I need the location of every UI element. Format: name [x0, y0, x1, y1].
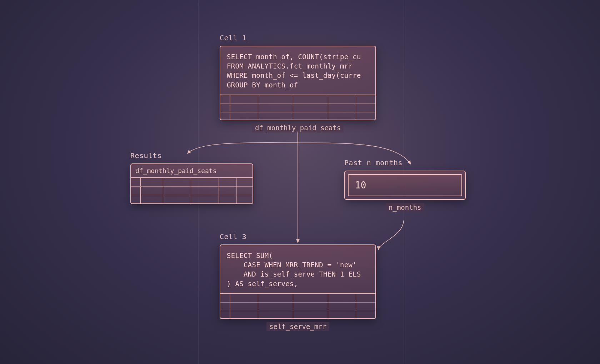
- results-title: Results: [130, 151, 162, 160]
- results-header: df_monthly_paid_seats: [131, 164, 252, 178]
- cell3-panel[interactable]: SELECT SUM( CASE WHEN MRR_TREND = 'new' …: [220, 244, 376, 319]
- nmonths-node[interactable]: Past n months 10: [344, 158, 402, 171]
- results-panel[interactable]: df_monthly_paid_seats: [130, 163, 253, 204]
- nmonths-input[interactable]: 10: [348, 174, 462, 196]
- nmonths-panel[interactable]: 10: [344, 171, 466, 200]
- cell1-title: Cell 1: [220, 34, 246, 42]
- nmonths-title: Past n months: [344, 158, 402, 167]
- nmonths-output-var: n_months: [386, 203, 424, 212]
- cell1-panel[interactable]: SELECT month_of, COUNT(stripe_cu FROM AN…: [220, 46, 376, 120]
- cell3-node[interactable]: Cell 3 SELECT SUM( CASE WHEN MRR_TREND =…: [220, 232, 246, 244]
- cell1-code[interactable]: SELECT month_of, COUNT(stripe_cu FROM AN…: [220, 46, 375, 95]
- cell3-output-table: [220, 293, 375, 318]
- results-node[interactable]: Results df_monthly_paid_seats: [130, 151, 162, 163]
- cell1-output-var: df_monthly_paid_seats: [252, 123, 344, 132]
- cell1-output-table: [220, 95, 375, 120]
- cell3-output-var: self_serve_mrr: [266, 322, 329, 331]
- cell3-code[interactable]: SELECT SUM( CASE WHEN MRR_TREND = 'new' …: [220, 245, 375, 293]
- results-table: [131, 178, 252, 203]
- cell3-title: Cell 3: [220, 232, 246, 241]
- cell1-node[interactable]: Cell 1 SELECT month_of, COUNT(stripe_cu …: [220, 34, 246, 46]
